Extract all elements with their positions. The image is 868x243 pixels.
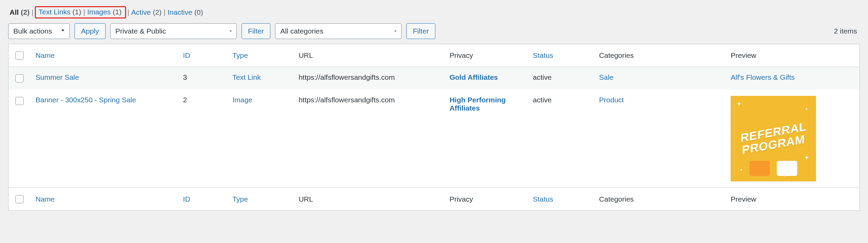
filter-active[interactable]: Active (2) bbox=[131, 8, 162, 16]
col-url-footer: URL bbox=[293, 188, 444, 210]
filter-inactive-label: Inactive bbox=[167, 8, 192, 16]
col-url: URL bbox=[293, 44, 444, 67]
row-checkbox[interactable] bbox=[15, 97, 24, 105]
sparkle-icon: • bbox=[806, 106, 808, 112]
filter-inactive-count: 0 bbox=[197, 8, 201, 16]
table-header-row: Name ID Type URL Privacy Status Categori… bbox=[9, 44, 859, 67]
col-categories: Categories bbox=[594, 44, 725, 67]
caret-down-icon bbox=[228, 27, 233, 35]
creatives-table: Name ID Type URL Privacy Status Categori… bbox=[8, 44, 860, 211]
col-privacy: Privacy bbox=[444, 44, 527, 67]
table-row: Banner - 300x250 - Spring Sale 2 Image h… bbox=[9, 90, 859, 188]
row-type-link[interactable]: Text Link bbox=[232, 73, 261, 81]
col-preview-footer: Preview bbox=[725, 188, 859, 210]
speech-bubbles-icon bbox=[749, 161, 797, 176]
row-status: active bbox=[527, 90, 594, 188]
sparkle-icon: ✦ bbox=[737, 101, 742, 107]
filter-all-count: 2 bbox=[23, 8, 27, 16]
col-categories-footer: Categories bbox=[594, 188, 725, 210]
category-select[interactable]: All categories bbox=[275, 23, 402, 39]
row-url: https://alfsflowersandgifts.com bbox=[293, 67, 444, 90]
filter-inactive[interactable]: Inactive (0) bbox=[167, 8, 204, 16]
caret-down-icon bbox=[393, 27, 398, 35]
sparkle-icon: ✦ bbox=[804, 154, 809, 161]
col-id-footer[interactable]: ID bbox=[183, 195, 190, 203]
privacy-filter-button[interactable]: Filter bbox=[242, 23, 271, 39]
filter-images[interactable]: Images (1) bbox=[86, 8, 122, 16]
chevron-down-icon bbox=[60, 27, 66, 35]
filter-images-count: 1 bbox=[115, 8, 119, 16]
filter-tabs: All (2) | Text Links (1) | Images (1) | … bbox=[9, 6, 859, 18]
filter-images-label: Images bbox=[87, 8, 111, 16]
row-category-link[interactable]: Sale bbox=[599, 73, 613, 81]
filter-active-count: 2 bbox=[155, 8, 159, 16]
actions-row: Bulk actions Apply Private & Public Filt… bbox=[8, 23, 860, 39]
speech-bubble-icon bbox=[777, 161, 797, 176]
col-status[interactable]: Status bbox=[533, 51, 553, 59]
row-preview-banner[interactable]: ✦ • • ✦ REFERRAL PROGRAM bbox=[731, 96, 816, 181]
filter-text-links-label: Text Links bbox=[39, 8, 70, 16]
row-category-link[interactable]: Product bbox=[599, 96, 624, 104]
row-id: 2 bbox=[178, 90, 227, 188]
col-name[interactable]: Name bbox=[36, 51, 55, 59]
row-checkbox[interactable] bbox=[15, 74, 24, 82]
row-preview-text-link[interactable]: Alf's Flowers & Gifts bbox=[731, 73, 795, 81]
sparkle-icon: • bbox=[740, 167, 743, 173]
col-type-footer[interactable]: Type bbox=[232, 195, 248, 203]
row-privacy-link[interactable]: Gold Affiliates bbox=[449, 73, 498, 81]
privacy-select-label: Private & Public bbox=[116, 27, 166, 35]
highlight-annotation: Text Links (1) | Images (1) bbox=[35, 6, 126, 18]
filter-active-label: Active bbox=[131, 8, 151, 16]
filter-all-label: All bbox=[10, 8, 19, 16]
col-status-footer[interactable]: Status bbox=[533, 195, 553, 203]
col-preview: Preview bbox=[725, 44, 859, 67]
col-type[interactable]: Type bbox=[232, 51, 248, 59]
table-row: Summer Sale 3 Text Link https://alfsflow… bbox=[9, 67, 859, 90]
table-footer-row: Name ID Type URL Privacy Status Categori… bbox=[9, 188, 859, 210]
row-privacy-link[interactable]: High Performing Affiliates bbox=[449, 96, 506, 112]
speech-bubble-icon bbox=[749, 161, 770, 176]
row-status: active bbox=[527, 67, 594, 90]
row-type-link[interactable]: Image bbox=[232, 96, 252, 104]
category-select-label: All categories bbox=[280, 27, 323, 35]
select-all-checkbox[interactable] bbox=[15, 51, 24, 60]
row-id: 3 bbox=[178, 67, 227, 90]
row-name-link[interactable]: Banner - 300x250 - Spring Sale bbox=[36, 96, 136, 104]
col-id[interactable]: ID bbox=[183, 51, 190, 59]
filter-text-links-count: 1 bbox=[75, 8, 79, 16]
items-count: 2 items bbox=[834, 27, 860, 35]
filter-all[interactable]: All (2) bbox=[9, 8, 30, 16]
apply-button[interactable]: Apply bbox=[74, 23, 106, 39]
category-filter-button[interactable]: Filter bbox=[406, 23, 435, 39]
row-url: https://alfsflowersandgifts.com bbox=[293, 90, 444, 188]
select-all-checkbox-footer[interactable] bbox=[15, 195, 24, 203]
col-name-footer[interactable]: Name bbox=[36, 195, 55, 203]
privacy-select[interactable]: Private & Public bbox=[110, 23, 237, 39]
banner-text: REFERRAL PROGRAM bbox=[741, 120, 806, 156]
bulk-actions-label: Bulk actions bbox=[13, 27, 52, 35]
row-name-link[interactable]: Summer Sale bbox=[36, 73, 79, 81]
bulk-actions-select[interactable]: Bulk actions bbox=[8, 23, 70, 39]
filter-text-links[interactable]: Text Links (1) bbox=[38, 8, 82, 16]
col-privacy-footer: Privacy bbox=[444, 188, 527, 210]
